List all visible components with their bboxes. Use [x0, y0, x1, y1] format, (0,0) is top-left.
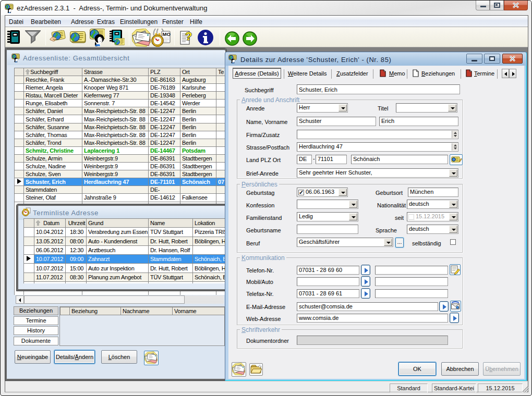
svg-text:?: ?	[185, 30, 192, 43]
svg-text:MO: MO	[163, 31, 171, 37]
